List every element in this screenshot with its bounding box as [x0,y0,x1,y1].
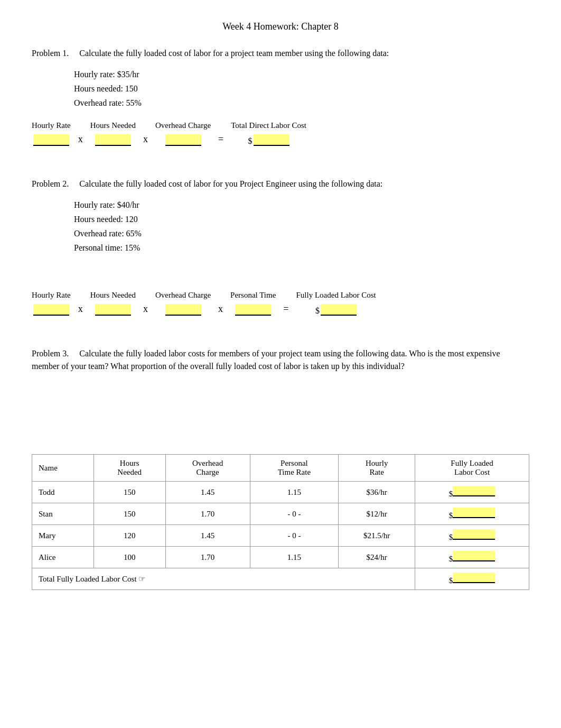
cell-name-1: Stan [32,503,94,525]
cell-name-0: Todd [32,482,94,503]
table-row: Stan 150 1.70 - 0 - $12/hr $ [32,503,529,525]
multiply-operator-1: x [78,134,83,146]
cell-overhead-1: 1.70 [165,503,250,525]
problem1-col2: Hours Needed [90,121,136,146]
col-name-header: Name [32,455,94,482]
cell-overhead-2: 1.45 [165,525,250,547]
problem1-blank3[interactable] [165,134,201,146]
problem1-col2-label: Hours Needed [90,121,136,130]
problem1-blank1[interactable] [33,134,69,146]
equals-operator-2: = [283,303,288,316]
col-cost-header: Fully LoadedLabor Cost [415,455,529,482]
problem1-overhead-rate: Overhead rate: 55% [74,96,529,110]
multiply-operator-3: x [78,303,83,316]
problem2-col5-label: Fully Loaded Labor Cost [296,291,376,300]
problem1-col4-label: Total Direct Labor Cost [231,121,306,130]
multiply-operator-2: x [143,134,148,146]
cell-name-2: Mary [32,525,94,547]
problem1-label: Problem 1. [32,49,69,58]
page-title: Week 4 Homework: Chapter 8 [32,21,529,32]
problem1-blank2[interactable] [95,134,131,146]
cell-personal-1: - 0 - [250,503,339,525]
problem2-overhead-rate: Overhead rate: 65% [74,226,529,241]
problem1-col1-label: Hourly Rate [32,121,71,130]
problem2-formula: Hourly Rate x Hours Needed x Overhead Ch… [32,291,529,316]
problem2-blank5[interactable] [321,304,357,316]
problem2-col2: Hours Needed [90,291,136,316]
cell-hours-0: 150 [94,482,165,503]
cell-cost-3[interactable]: $ [415,547,529,568]
problem3-description: Calculate the fully loaded labor costs f… [32,349,500,371]
problem2-total: $ [315,304,357,316]
problem1-formula: Hourly Rate x Hours Needed x Overhead Ch… [32,121,529,146]
multiply-operator-5: x [218,303,223,316]
problem2-col1-label: Hourly Rate [32,291,71,300]
table-row: Todd 150 1.45 1.15 $36/hr $ [32,482,529,503]
problem2-col5: Fully Loaded Labor Cost $ [296,291,376,316]
problem2-col4: Personal Time [230,291,276,316]
problem1-text: Problem 1. Calculate the fully loaded co… [32,47,529,60]
cell-hours-2: 120 [94,525,165,547]
table-row: Mary 120 1.45 - 0 - $21.5/hr $ [32,525,529,547]
problem2-text: Problem 2. Calculate the fully loaded co… [32,178,529,190]
problem2-label: Problem 2. [32,179,69,188]
table-total-row: Total Fully Loaded Labor Cost ☞ $ [32,568,529,590]
col-personal-header: PersonalTime Rate [250,455,339,482]
cell-overhead-0: 1.45 [165,482,250,503]
problem2-col2-label: Hours Needed [90,291,136,300]
problem2-blank3[interactable] [165,304,201,316]
problem2-blank2[interactable] [95,304,131,316]
col-hourly-header: HourlyRate [339,455,415,482]
problem1-hourly-rate: Hourly rate: $35/hr [74,67,529,81]
problem2-description: Calculate the fully loaded cost of labor… [79,179,382,188]
problem1-col3-label: Overhead Charge [155,121,211,130]
equals-operator-1: = [218,134,223,146]
cell-cost-2[interactable]: $ [415,525,529,547]
col-overhead-header: OverheadCharge [165,455,250,482]
problem2-hours-needed: Hours needed: 120 [74,212,529,226]
problem2-col4-label: Personal Time [230,291,276,300]
cell-hours-3: 100 [94,547,165,568]
problem1-description: Calculate the fully loaded cost of labor… [79,49,389,58]
problem1-col1: Hourly Rate [32,121,71,146]
cell-hourly-1: $12/hr [339,503,415,525]
cell-hours-1: 150 [94,503,165,525]
problem3-text: Problem 3. Calculate the fully loaded la… [32,347,529,373]
table-row: Alice 100 1.70 1.15 $24/hr $ [32,547,529,568]
cell-cost-0[interactable]: $ [415,482,529,503]
problem2-blank1[interactable] [33,304,69,316]
problem2-hourly-rate: Hourly rate: $40/hr [74,198,529,212]
problem1-col3: Overhead Charge [155,121,211,146]
cell-hourly-2: $21.5/hr [339,525,415,547]
problem2-personal-time: Personal time: 15% [74,241,529,255]
problem1-blank4[interactable] [254,134,289,146]
cell-personal-2: - 0 - [250,525,339,547]
problem2-col3: Overhead Charge [155,291,211,316]
problem2-data: Hourly rate: $40/hr Hours needed: 120 Ov… [74,198,529,255]
problem1-hours-needed: Hours needed: 150 [74,81,529,96]
total-label: Total Fully Loaded Labor Cost ☞ [32,568,415,590]
cell-hourly-0: $36/hr [339,482,415,503]
problem1-total: $ [248,134,289,146]
problem2-col1: Hourly Rate [32,291,71,316]
cell-overhead-3: 1.70 [165,547,250,568]
col-hours-header: HoursNeeded [94,455,165,482]
problem3-table: Name HoursNeeded OverheadCharge Personal… [32,454,529,590]
problem1-col4: Total Direct Labor Cost $ [231,121,306,146]
cell-personal-3: 1.15 [250,547,339,568]
problem2-blank4[interactable] [235,304,271,316]
multiply-operator-4: x [143,303,148,316]
cell-hourly-3: $24/hr [339,547,415,568]
problem3-label: Problem 3. [32,349,69,358]
problem2-col3-label: Overhead Charge [155,291,211,300]
cell-name-3: Alice [32,547,94,568]
cell-cost-1[interactable]: $ [415,503,529,525]
table-header-row: Name HoursNeeded OverheadCharge Personal… [32,455,529,482]
cell-personal-0: 1.15 [250,482,339,503]
total-cost[interactable]: $ [415,568,529,590]
problem1-data: Hourly rate: $35/hr Hours needed: 150 Ov… [74,67,529,110]
